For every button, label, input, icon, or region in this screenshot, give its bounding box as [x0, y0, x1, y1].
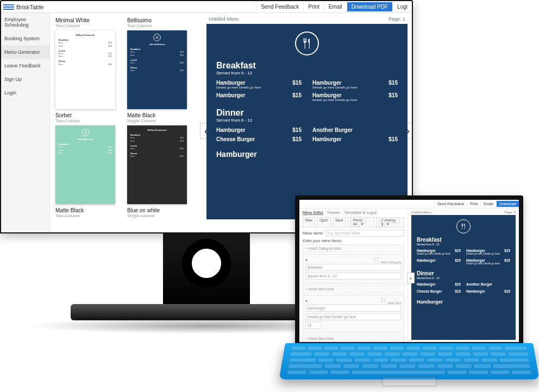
menu-name-label: Menu name:: [303, 231, 324, 235]
prev-page-button[interactable]: ‹: [407, 273, 415, 283]
email-button[interactable]: Email: [480, 201, 496, 207]
send-feedback-button[interactable]: Send Feedback: [434, 201, 467, 207]
section-subtitle: Served from 9 - 12: [216, 71, 398, 75]
open-button[interactable]: Open: [317, 217, 331, 227]
section-title: Breakfast: [216, 61, 398, 71]
template-title: Blue on white: [127, 207, 192, 213]
category-block: ▾ Hide Category Breakfast Served from 9 …: [303, 254, 404, 283]
hide-item-checkbox[interactable]: [381, 299, 385, 303]
fork-spoon-icon: [456, 219, 471, 233]
template-card[interactable]: Matte Black Single-Column McKay Restaura…: [127, 112, 192, 204]
chevron-down-icon[interactable]: ▾: [305, 258, 308, 263]
chevron-down-icon[interactable]: ▾: [305, 299, 308, 304]
template-card[interactable]: Matte Black Two-Column: [55, 207, 121, 220]
paper-select[interactable]: Paper: A4 ▾: [348, 217, 374, 227]
tab-templates[interactable]: Templates & Logos: [344, 211, 377, 215]
send-feedback-button[interactable]: Send Feedback: [256, 2, 303, 11]
sidebar: Employee Scheduling Booking System Menu …: [1, 13, 50, 232]
template-title: Bellissimo: [127, 17, 192, 23]
template-card[interactable]: Sorbet Two-Column Cafe Bellissimo Breakf…: [55, 112, 121, 204]
template-card[interactable]: Blue on white Single-column: [127, 207, 192, 220]
sidebar-item-login[interactable]: Login: [1, 86, 49, 100]
menu-page: Breakfast Served from 9 - 12 Hamburger$1…: [411, 215, 516, 340]
sidebar-item-scheduling[interactable]: Employee Scheduling: [1, 13, 49, 32]
print-button[interactable]: Print: [467, 201, 480, 207]
template-title: Matte Black: [127, 112, 192, 118]
insert-item-button[interactable]: + Insert Item Here: [303, 334, 404, 343]
preview-title: Untitled Menu: [411, 211, 431, 214]
save-button[interactable]: Save: [333, 217, 346, 227]
template-thumb: McKay Restaurant Breakfast Item$10 Item$…: [127, 125, 187, 204]
hide-category-checkbox[interactable]: [374, 258, 379, 262]
tab-menu-editor[interactable]: Menu Editor: [303, 211, 323, 215]
item-block: ▾ Hide Item Hamburger Details go here De…: [303, 295, 404, 333]
currency-select[interactable]: Currency: $ ▾: [376, 217, 404, 227]
laptop-screen: Send Feedback Print Email Download Menu …: [295, 195, 523, 346]
section-subtitle: Served from 6 - 10: [216, 118, 398, 123]
section-title: Dinner: [216, 108, 398, 118]
sidebar-item-signup[interactable]: Sign Up: [1, 73, 49, 86]
fork-spoon-icon: [295, 31, 319, 55]
trackpad: [382, 377, 437, 387]
item-price-input[interactable]: 15: [305, 322, 322, 329]
app-topbar: BriskTable Send Feedback Print Email Dow…: [1, 1, 412, 13]
sidebar-item-menu-generator[interactable]: Menu Generator: [1, 46, 49, 59]
template-card[interactable]: Bellissimo Two-Column cafe bellissimo Br…: [127, 17, 192, 109]
menu-icon[interactable]: [3, 4, 14, 10]
menu-name-input[interactable]: E.g. My Drinks Menu: [325, 230, 404, 237]
template-subtitle: Two-Column: [127, 23, 192, 28]
template-thumb: McKay Restaurant Breakfast Item$10 Item$…: [55, 30, 115, 109]
menu-page: Breakfast Served from 9 - 12 Hamburger$1…: [206, 24, 408, 219]
template-gallery: Minimal White Two-Column McKay Restauran…: [50, 13, 202, 232]
laptop-preview-pane: Untitled Menu Page: 1 ‹ Breakfast Served…: [408, 208, 519, 342]
email-button[interactable]: Email: [324, 2, 347, 11]
insert-category-button[interactable]: + Insert Category Here: [303, 244, 404, 252]
laptop-keyboard: [279, 343, 539, 380]
template-subtitle: Single-Column: [127, 118, 192, 123]
template-thumb: Cafe Bellissimo Breakfast Item$10 Item$1…: [55, 125, 115, 204]
template-subtitle: Two-Column: [55, 23, 121, 28]
download-pdf-button[interactable]: Download PDF: [347, 2, 392, 11]
template-subtitle: Single-column: [127, 213, 192, 218]
item-name-input[interactable]: Hamburger: [305, 305, 402, 312]
sidebar-item-feedback[interactable]: Leave Feedback: [1, 59, 49, 73]
new-button[interactable]: New: [303, 217, 315, 227]
template-title: Sorbet: [55, 112, 121, 118]
template-title: Minimal White: [55, 17, 121, 23]
template-subtitle: Two-Column: [55, 213, 121, 218]
print-button[interactable]: Print: [303, 2, 324, 11]
enter-items-label: Enter your menu items:: [303, 239, 404, 243]
menu-item-loose: Hamburger: [216, 150, 398, 159]
laptop-topbar: Send Feedback Print Email Download: [299, 200, 519, 208]
app-brand: BriskTable: [16, 4, 44, 10]
preview-title: Untitled Menu: [209, 16, 239, 22]
item-details-input[interactable]: Details go here Details go here: [305, 313, 402, 320]
download-button[interactable]: Download: [496, 201, 519, 207]
tab-header[interactable]: Header: [328, 211, 340, 215]
template-subtitle: Two-Column: [55, 118, 121, 123]
template-title: Matte Black: [55, 207, 121, 213]
category-name-input[interactable]: Breakfast: [305, 264, 402, 271]
category-sub-input[interactable]: Served from 9 - 12: [305, 273, 402, 280]
template-card[interactable]: Minimal White Two-Column McKay Restauran…: [55, 17, 121, 109]
sidebar-item-booking[interactable]: Booking System: [1, 32, 49, 46]
login-button[interactable]: Logi: [392, 2, 412, 11]
insert-item-button[interactable]: + Insert Item Here: [303, 285, 404, 293]
template-thumb: cafe bellissimo Breakfast Item$10 Item$1…: [127, 30, 187, 109]
menu-editor-panel: Menu Editor Header Templates & Logos New…: [299, 208, 408, 342]
